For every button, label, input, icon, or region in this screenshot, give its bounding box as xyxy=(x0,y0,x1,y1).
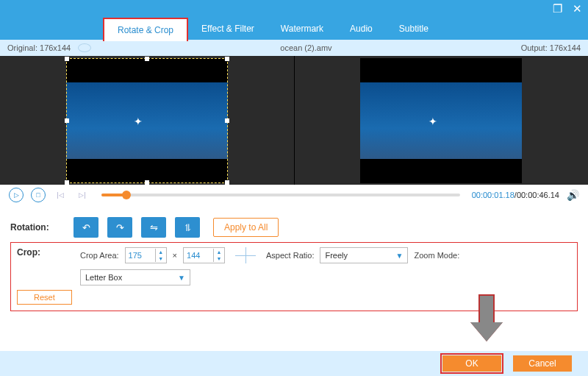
crop-handle[interactable] xyxy=(225,57,229,61)
rotate-left-button[interactable]: ↶ xyxy=(74,217,98,238)
tab-effect-filter[interactable]: Effect & Filter xyxy=(188,18,268,40)
output-video-frame: ✦ xyxy=(360,58,522,183)
output-pane: ✦ xyxy=(294,56,589,185)
crop-label: Crop: xyxy=(17,247,80,258)
zoom-mode-label: Zoom Mode: xyxy=(414,251,459,260)
source-pane: ✦ xyxy=(0,56,294,185)
crop-handle[interactable] xyxy=(65,57,69,61)
play-button[interactable]: ▷ xyxy=(9,188,24,202)
filename-label: ocean (2).amv xyxy=(91,43,520,52)
cancel-button[interactable]: Cancel xyxy=(513,355,572,372)
zoom-mode-select[interactable]: Letter Box▼ xyxy=(80,269,190,285)
footer-bar: OK Cancel xyxy=(0,351,588,376)
crop-area-label: Crop Area: xyxy=(80,251,119,260)
preview-area: ✦ ✦ xyxy=(0,56,588,185)
volume-icon[interactable]: 🔊 xyxy=(567,189,579,201)
source-video-frame[interactable]: ✦ xyxy=(66,58,228,183)
timeline-knob[interactable] xyxy=(122,191,131,199)
chevron-down-icon: ▼ xyxy=(178,274,185,282)
window-close-icon[interactable]: ✕ xyxy=(573,2,582,15)
aspect-ratio-select[interactable]: Freely▼ xyxy=(320,247,408,263)
crop-handle[interactable] xyxy=(65,180,69,185)
crop-width-input[interactable] xyxy=(126,251,155,260)
tab-watermark[interactable]: Watermark xyxy=(268,18,337,40)
crop-handle[interactable] xyxy=(145,180,149,185)
reset-button[interactable]: Reset xyxy=(17,290,72,305)
time-display: 00:00:01.18/00:00:46.14 xyxy=(472,191,559,199)
width-down-icon[interactable]: ▼ xyxy=(156,255,166,262)
crop-rectangle[interactable] xyxy=(66,58,228,183)
annotation-arrow-icon xyxy=(470,294,503,341)
flip-horizontal-button[interactable]: ⇋ xyxy=(141,217,166,238)
center-crop-icon[interactable] xyxy=(235,247,256,263)
crop-height-input[interactable] xyxy=(184,251,213,260)
height-up-icon[interactable]: ▲ xyxy=(214,249,224,255)
original-size-label: Original: 176x144 xyxy=(7,43,71,52)
times-label: × xyxy=(173,251,177,260)
width-up-icon[interactable]: ▲ xyxy=(156,249,166,255)
crop-handle[interactable] xyxy=(225,118,229,123)
rotation-row: Rotation: ↶ ↷ ⇋ ⥮ Apply to All xyxy=(10,217,578,238)
timeline-slider[interactable] xyxy=(101,194,460,196)
rotate-right-button[interactable]: ↷ xyxy=(107,217,132,238)
output-size-label: Output: 176x144 xyxy=(521,43,581,52)
aspect-ratio-label: Aspect Ratio: xyxy=(266,251,314,260)
prev-frame-button[interactable]: |◁ xyxy=(53,188,68,202)
crop-width-field[interactable]: ▲▼ xyxy=(125,247,167,263)
crop-handle[interactable] xyxy=(145,57,149,61)
transport-bar: ▷ □ |◁ ▷| 00:00:01.18/00:00:46.14 🔊 xyxy=(0,185,588,205)
tab-rotate-crop[interactable]: Rotate & Crop xyxy=(103,18,188,41)
next-frame-button[interactable]: ▷| xyxy=(75,188,90,202)
tab-audio[interactable]: Audio xyxy=(337,18,386,40)
height-down-icon[interactable]: ▼ xyxy=(214,255,224,262)
tab-subtitle[interactable]: Subtitle xyxy=(386,18,442,40)
info-bar: Original: 176x144 ocean (2).amv Output: … xyxy=(0,40,588,56)
tab-bar: Rotate & Crop Effect & Filter Watermark … xyxy=(0,18,588,40)
stop-button[interactable]: □ xyxy=(31,188,46,202)
ok-button[interactable]: OK xyxy=(442,355,501,372)
preview-toggle-icon[interactable] xyxy=(78,43,91,52)
flip-vertical-button[interactable]: ⥮ xyxy=(175,217,200,238)
crop-height-field[interactable]: ▲▼ xyxy=(183,247,225,263)
titlebar: ❐ ✕ xyxy=(0,0,588,18)
crop-handle[interactable] xyxy=(225,180,229,185)
chevron-down-icon: ▼ xyxy=(396,252,404,260)
rotation-label: Rotation: xyxy=(10,222,74,233)
window-restore-icon[interactable]: ❐ xyxy=(553,2,562,15)
apply-to-all-button[interactable]: Apply to All xyxy=(213,218,279,237)
crop-handle[interactable] xyxy=(65,118,69,123)
